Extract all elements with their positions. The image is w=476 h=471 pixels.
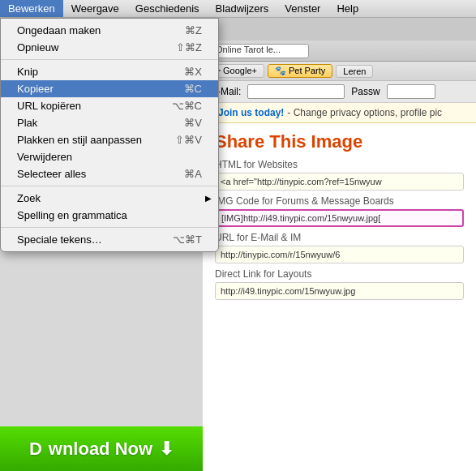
- menu-bewerken[interactable]: Bewerken: [0, 0, 63, 17]
- menu-select-all[interactable]: Selecteer alles ⌘A: [1, 165, 218, 182]
- join-link[interactable]: Join us today!: [218, 107, 284, 118]
- email-input[interactable]: [247, 84, 345, 99]
- menu-weergave[interactable]: Weergave: [63, 0, 127, 17]
- join-banner: ℹ Join us today! - Change privacy option…: [203, 103, 476, 123]
- img-forums-input[interactable]: [215, 209, 464, 227]
- download-label: D: [29, 439, 42, 460]
- menu-help[interactable]: Help: [328, 0, 367, 17]
- menu-paste[interactable]: Plak ⌘V: [1, 114, 218, 131]
- menu-special-chars[interactable]: Speciale tekens… ⌥⌘T: [1, 231, 218, 248]
- direct-link-label: Direct Link for Layouts: [215, 268, 464, 280]
- right-panel: E-Mail: Passw ℹ Join us today! - Change …: [203, 81, 476, 471]
- edit-dropdown-menu: Ongedaan maken ⌘Z Opnieuw ⇧⌘Z Knip ⌘X Ko…: [0, 18, 219, 252]
- login-bar: E-Mail: Passw: [203, 81, 476, 103]
- pet-party-icon: 🐾: [275, 66, 289, 75]
- menu-delete[interactable]: Verwijderen: [1, 148, 218, 165]
- join-rest-text: - Change privacy options, profile pic: [287, 107, 442, 118]
- menu-venster[interactable]: Venster: [277, 0, 328, 17]
- separator-2: [1, 186, 218, 186]
- password-input[interactable]: [387, 84, 435, 99]
- share-section: Share This Image HTML for Websites IMG C…: [203, 123, 476, 308]
- password-label: Passw: [351, 86, 380, 97]
- direct-link-input[interactable]: [215, 282, 464, 300]
- html-websites-input[interactable]: [215, 173, 464, 191]
- bookmark-pet-party[interactable]: 🐾 Pet Party: [268, 64, 332, 78]
- menu-redo[interactable]: Opnieuw ⇧⌘Z: [1, 39, 218, 56]
- separator-3: [1, 227, 218, 228]
- menu-geschiedenis[interactable]: Geschiedenis: [127, 0, 208, 17]
- menu-copy[interactable]: Kopieer ⌘C: [1, 80, 218, 97]
- download-button[interactable]: Dwnload Now ⬇: [0, 426, 203, 471]
- menubar: Bewerken Weergave Geschiedenis Bladwijze…: [0, 0, 476, 18]
- html-websites-label: HTML for Websites: [215, 159, 464, 170]
- menu-copy-url[interactable]: URL kopiëren ⌥⌘C: [1, 97, 218, 114]
- menu-find[interactable]: Zoek: [1, 190, 218, 207]
- url-email-input[interactable]: [215, 246, 464, 263]
- menu-undo[interactable]: Ongedaan maken ⌘Z: [1, 22, 218, 39]
- menu-cut[interactable]: Knip ⌘X: [1, 63, 218, 80]
- separator-1: [1, 59, 218, 60]
- bookmark-leren[interactable]: Leren: [336, 65, 373, 78]
- download-arrow-icon: ⬇: [159, 439, 174, 460]
- menu-bladwijzers[interactable]: Bladwijzers: [208, 0, 277, 17]
- img-forums-label: IMG Code for Forums & Message Boards: [215, 195, 464, 207]
- bookmarks-bar: ✛ Google+ 🐾 Pet Party Leren: [203, 62, 476, 81]
- menu-spelling[interactable]: Spelling en grammatica: [1, 207, 218, 224]
- url-email-label: URL for E-Mail & IM: [215, 232, 464, 243]
- download-label-rest: wnload Now: [49, 439, 152, 460]
- share-title: Share This Image: [215, 131, 464, 152]
- menu-paste-style[interactable]: Plakken en stijl aanpassen ⇧⌘V: [1, 131, 218, 148]
